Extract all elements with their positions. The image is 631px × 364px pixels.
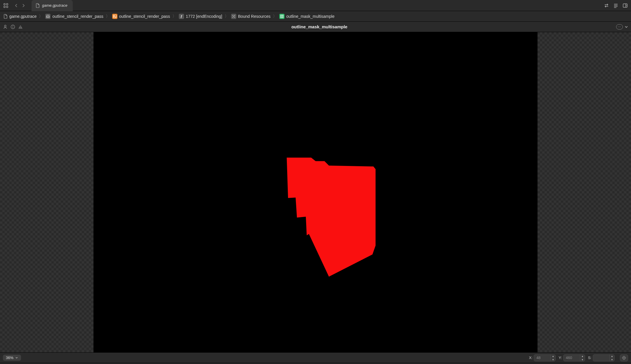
y-placeholder: 460 bbox=[566, 356, 580, 360]
stepper-up-icon[interactable]: ▲ bbox=[551, 355, 555, 358]
svg-point-17 bbox=[624, 357, 625, 358]
svg-point-10 bbox=[232, 17, 233, 17]
texture-viewport[interactable] bbox=[0, 32, 631, 352]
swap-icon[interactable] bbox=[603, 2, 610, 9]
y-label: Y: bbox=[559, 356, 562, 360]
window-toolbar: game.gputrace bbox=[0, 0, 631, 11]
s-input[interactable]: ▲▼ bbox=[593, 354, 615, 361]
crumb-event[interactable]: ƒ 1772 [endEncoding] bbox=[178, 13, 223, 20]
svg-point-11 bbox=[234, 17, 235, 17]
chevron-right-icon: 〉 bbox=[172, 14, 177, 19]
chevron-right-icon: 〉 bbox=[272, 14, 278, 19]
texture-icon bbox=[279, 14, 285, 19]
svg-rect-2 bbox=[4, 6, 5, 8]
resource-title: outline_mask_multisample bbox=[25, 24, 614, 29]
back-button[interactable] bbox=[13, 2, 20, 9]
list-icon[interactable] bbox=[612, 2, 619, 9]
svg-point-7 bbox=[232, 15, 233, 15]
chevron-down-icon[interactable] bbox=[625, 25, 628, 29]
svg-point-9 bbox=[233, 16, 234, 16]
coord-y: Y: 460 ▲▼ bbox=[559, 354, 585, 361]
zoom-control[interactable]: 36% bbox=[3, 355, 21, 361]
stepper-down-icon[interactable]: ▼ bbox=[580, 358, 585, 362]
resources-icon bbox=[231, 14, 236, 19]
svg-rect-12 bbox=[280, 15, 283, 18]
crumb-label: outline_mask_multisample bbox=[286, 14, 334, 19]
file-icon bbox=[4, 14, 8, 19]
app-grid-icon[interactable] bbox=[2, 2, 9, 9]
info-icon[interactable] bbox=[11, 25, 15, 29]
stepper-down-icon[interactable]: ▼ bbox=[551, 358, 555, 362]
stepper-up-icon[interactable]: ▲ bbox=[610, 355, 614, 358]
svg-rect-4 bbox=[623, 4, 627, 7]
stepper-up-icon[interactable]: ▲ bbox=[580, 355, 585, 358]
crumb-texture[interactable]: outline_mask_multisample bbox=[279, 13, 335, 20]
svg-rect-3 bbox=[6, 6, 8, 8]
svg-point-6 bbox=[114, 15, 115, 16]
titlebar-right-icons: ··· bbox=[616, 24, 628, 30]
crumb-resources[interactable]: Bound Resources bbox=[230, 13, 271, 20]
stepper-down-icon[interactable]: ▼ bbox=[610, 358, 614, 362]
inspector-icon[interactable] bbox=[3, 25, 8, 29]
options-button[interactable]: ··· bbox=[616, 24, 623, 30]
locate-pixel-button[interactable] bbox=[620, 354, 628, 361]
crumb-label: outline_stencil_render_pass bbox=[52, 14, 103, 19]
titlebar: outline_mask_multisample ··· bbox=[0, 22, 631, 32]
crumb-label: 1772 [endEncoding] bbox=[186, 14, 222, 19]
coord-s: S: ▲▼ bbox=[588, 354, 615, 361]
svg-marker-15 bbox=[287, 157, 375, 277]
breadcrumb: game.gputrace 〉 outline_stencil_render_p… bbox=[0, 11, 631, 22]
crumb-pass[interactable]: outline_stencil_render_pass bbox=[112, 13, 171, 20]
crumb-label: Bound Resources bbox=[238, 14, 271, 19]
file-icon bbox=[36, 3, 40, 8]
x-input[interactable]: 48 ▲▼ bbox=[534, 354, 556, 361]
svg-rect-5 bbox=[113, 15, 116, 18]
crumb-label: game.gputrace bbox=[9, 14, 37, 19]
forward-button[interactable] bbox=[20, 2, 27, 9]
x-label: X: bbox=[529, 356, 533, 360]
image-icon bbox=[112, 14, 117, 19]
chevron-right-icon: 〉 bbox=[224, 14, 229, 19]
function-icon: ƒ bbox=[179, 14, 184, 19]
warning-icon[interactable] bbox=[18, 25, 23, 29]
statusbar: 36% X: 48 ▲▼ Y: 460 ▲▼ S: ▲▼ bbox=[0, 352, 631, 363]
svg-rect-1 bbox=[6, 4, 8, 5]
crumb-group[interactable]: outline_stencil_render_pass bbox=[45, 13, 104, 20]
chevron-right-icon: 〉 bbox=[105, 14, 110, 19]
zoom-value: 36% bbox=[6, 356, 13, 360]
svg-point-8 bbox=[234, 15, 235, 15]
editor-tab[interactable]: game.gputrace bbox=[32, 0, 73, 11]
y-stepper[interactable]: ▲▼ bbox=[580, 355, 585, 361]
texture-content-shape bbox=[93, 32, 538, 352]
s-stepper[interactable]: ▲▼ bbox=[609, 355, 614, 361]
bottom-strip bbox=[0, 363, 631, 364]
inbox-icon bbox=[45, 14, 51, 19]
svg-point-13 bbox=[4, 25, 6, 27]
panel-right-icon[interactable] bbox=[622, 2, 629, 9]
crumb-file[interactable]: game.gputrace bbox=[3, 13, 37, 20]
x-stepper[interactable]: ▲▼ bbox=[550, 355, 555, 361]
s-label: S: bbox=[588, 356, 592, 360]
coord-x: X: 48 ▲▼ bbox=[529, 354, 556, 361]
nav-arrows bbox=[13, 2, 27, 9]
titlebar-left-icons bbox=[3, 25, 23, 29]
chevron-right-icon: 〉 bbox=[38, 14, 44, 19]
crumb-label: outline_stencil_render_pass bbox=[119, 14, 170, 19]
svg-rect-0 bbox=[4, 4, 5, 5]
y-input[interactable]: 460 ▲▼ bbox=[563, 354, 585, 361]
x-placeholder: 48 bbox=[536, 356, 550, 360]
editor-tab-title: game.gputrace bbox=[42, 3, 67, 8]
texture-canvas bbox=[93, 32, 538, 352]
chevron-down-icon bbox=[15, 356, 18, 359]
